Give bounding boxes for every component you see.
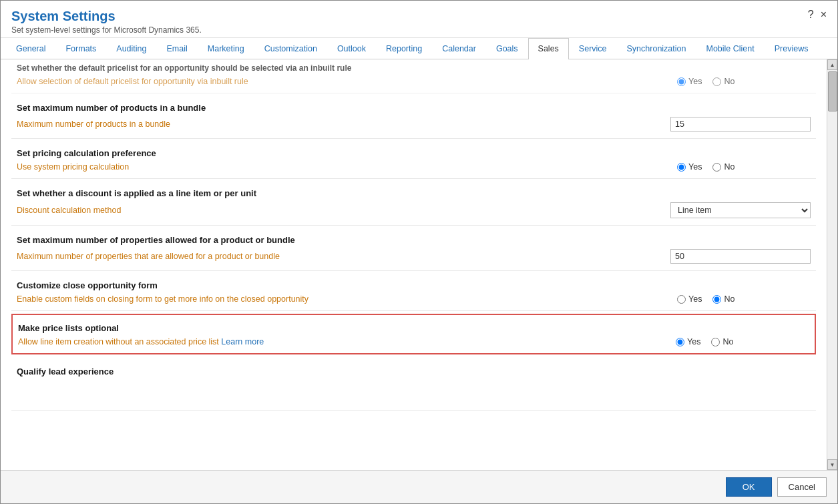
tab-mobile-client[interactable]: Mobile Client xyxy=(696,38,764,59)
tab-service[interactable]: Service xyxy=(569,38,617,59)
section-qualify-lead: Qualify lead experience Yes No xyxy=(11,357,816,411)
max-bundle-title: Set maximum number of products in a bund… xyxy=(17,103,811,113)
cancel-button[interactable]: Cancel xyxy=(777,477,827,497)
pricelist-default-label: Allow selection of default pricelist for… xyxy=(17,77,248,86)
price-lists-radio: Yes No xyxy=(676,337,809,346)
pricelist-default-row: Allow selection of default pricelist for… xyxy=(17,77,811,86)
tab-reporting[interactable]: Reporting xyxy=(376,38,432,59)
price-lists-no[interactable]: No xyxy=(711,337,733,346)
scroll-down-button[interactable]: ▼ xyxy=(827,459,837,470)
close-opp-yes[interactable]: Yes xyxy=(677,294,702,304)
price-lists-yes[interactable]: Yes xyxy=(676,337,700,346)
pricing-calc-radio: Yes No xyxy=(677,162,811,172)
close-opp-label: Enable custom fields on closing form to … xyxy=(17,294,308,304)
section-max-bundle: Set maximum number of products in a bund… xyxy=(11,93,816,139)
pricelist-default-radio: Yes No xyxy=(677,77,811,86)
scroll-area[interactable]: Set whether the default pricelist for an… xyxy=(1,59,827,470)
qualify-lead-title: Qualify lead experience xyxy=(17,366,811,376)
section-close-opp: Customize close opportunity form Enable … xyxy=(11,271,816,311)
discount-title: Set whether a discount is applied as a l… xyxy=(17,188,811,198)
title-actions: ? × xyxy=(808,9,827,21)
pricing-calc-no[interactable]: No xyxy=(712,162,735,172)
pricing-calc-row: Use system pricing calculation Yes No xyxy=(17,162,811,172)
help-button[interactable]: ? xyxy=(808,9,814,21)
title-bar: System Settings Set system-level setting… xyxy=(1,1,837,38)
close-opp-title: Customize close opportunity form xyxy=(17,280,811,290)
tab-general[interactable]: General xyxy=(6,38,55,59)
scroll-thumb[interactable] xyxy=(828,71,837,111)
tab-calendar[interactable]: Calendar xyxy=(432,38,486,59)
close-opp-radio: Yes No xyxy=(677,294,811,304)
title-left: System Settings Set system-level setting… xyxy=(11,9,202,35)
price-lists-row: Allow line item creation without an asso… xyxy=(18,337,809,346)
discount-row: Discount calculation method Line item Pe… xyxy=(17,202,811,218)
tab-marketing[interactable]: Marketing xyxy=(198,38,254,59)
section-discount: Set whether a discount is applied as a l… xyxy=(11,179,816,226)
footer-bar: OK Cancel xyxy=(1,470,837,503)
pricing-calc-title: Set pricing calculation preference xyxy=(17,148,811,158)
price-lists-label: Allow line item creation without an asso… xyxy=(18,337,264,346)
tab-formats[interactable]: Formats xyxy=(55,38,106,59)
dialog-title: System Settings xyxy=(11,9,202,24)
close-opp-no[interactable]: No xyxy=(712,294,735,304)
pricelist-default-title: Set whether the default pricelist for an… xyxy=(17,63,811,73)
tab-goals[interactable]: Goals xyxy=(486,38,528,59)
content-area: Set whether the default pricelist for an… xyxy=(1,59,837,470)
max-bundle-input[interactable] xyxy=(670,117,811,132)
max-properties-label: Maximum number of properties that are al… xyxy=(17,252,280,261)
max-properties-input[interactable] xyxy=(670,249,811,264)
max-properties-row: Maximum number of properties that are al… xyxy=(17,249,811,264)
scrollbar[interactable]: ▲ ▼ xyxy=(827,59,837,470)
tab-auditing[interactable]: Auditing xyxy=(106,38,156,59)
pricelist-default-no[interactable]: No xyxy=(712,77,735,86)
scroll-up-button[interactable]: ▲ xyxy=(827,59,837,70)
max-properties-title: Set maximum number of properties allowed… xyxy=(17,235,811,245)
pricing-calc-label: Use system pricing calculation xyxy=(17,162,129,172)
max-bundle-row: Maximum number of products in a bundle xyxy=(17,117,811,132)
ok-button[interactable]: OK xyxy=(726,477,772,497)
tab-customization[interactable]: Customization xyxy=(254,38,327,59)
pricelist-default-yes[interactable]: Yes xyxy=(677,77,702,86)
pricing-calc-yes[interactable]: Yes xyxy=(677,162,702,172)
close-opp-row: Enable custom fields on closing form to … xyxy=(17,294,811,304)
dialog-subtitle: Set system-level settings for Microsoft … xyxy=(11,25,202,35)
tab-sales[interactable]: Sales xyxy=(528,38,569,59)
tab-previews[interactable]: Previews xyxy=(765,38,819,59)
section-price-lists: Make price lists optional Allow line ite… xyxy=(11,314,816,354)
tab-synchronization[interactable]: Synchronization xyxy=(617,38,696,59)
discount-select[interactable]: Line item Per unit xyxy=(670,202,811,218)
max-bundle-label: Maximum number of products in a bundle xyxy=(17,119,170,129)
section-pricing-calc: Set pricing calculation preference Use s… xyxy=(11,139,816,179)
system-settings-dialog: System Settings Set system-level setting… xyxy=(0,0,838,504)
tab-outlook[interactable]: Outlook xyxy=(327,38,376,59)
discount-label: Discount calculation method xyxy=(17,206,121,215)
price-lists-learn-more[interactable]: Learn more xyxy=(221,337,264,346)
tabs-bar: General Formats Auditing Email Marketing… xyxy=(1,38,837,59)
section-max-properties: Set maximum number of properties allowed… xyxy=(11,226,816,271)
close-button[interactable]: × xyxy=(821,9,827,21)
section-pricelist-default: Set whether the default pricelist for an… xyxy=(11,59,816,93)
price-lists-title: Make price lists optional xyxy=(18,323,809,333)
tab-email[interactable]: Email xyxy=(157,38,198,59)
